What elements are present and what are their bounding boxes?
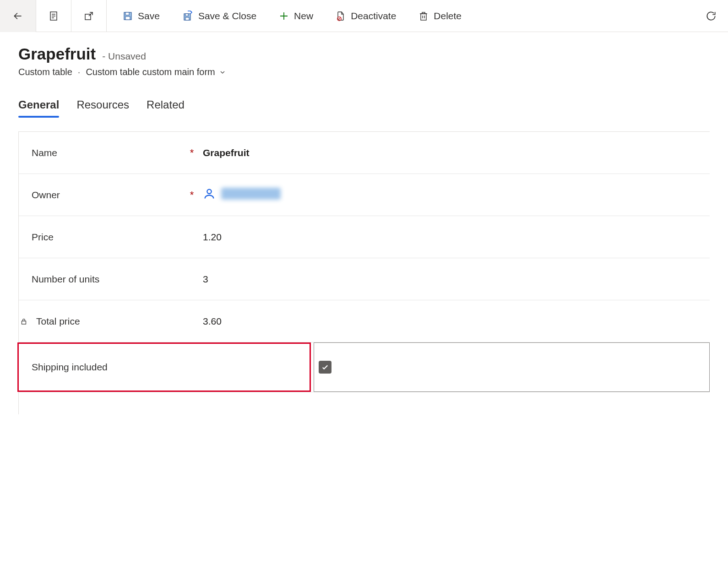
command-bar: Save Save & Close New Deactivate Delete — [0, 0, 728, 32]
record-status: - Unsaved — [102, 51, 146, 62]
field-shipping-row: Shipping included — [19, 342, 710, 392]
form-selector-button[interactable] — [36, 0, 71, 32]
deactivate-icon — [335, 11, 346, 22]
refresh-button[interactable] — [694, 0, 728, 32]
field-total-row: Total price 3.60 — [19, 300, 710, 342]
field-name-row[interactable]: Name * Grapefruit — [19, 132, 710, 174]
back-button[interactable] — [0, 0, 36, 32]
record-title: Grapefruit — [18, 45, 96, 63]
form-content: Grapefruit - Unsaved Custom table · Cust… — [0, 32, 728, 427]
owner-name-redacted — [221, 188, 281, 200]
field-price-label: Price — [32, 232, 54, 243]
field-price-value[interactable]: 1.20 — [196, 232, 710, 243]
svg-rect-4 — [125, 16, 130, 20]
popout-icon — [83, 11, 94, 22]
save-icon — [122, 11, 133, 22]
field-shipping-input[interactable] — [314, 342, 710, 392]
svg-rect-11 — [22, 321, 26, 324]
tab-resources[interactable]: Resources — [76, 98, 129, 116]
form-name-label: Custom table custom main form — [86, 67, 215, 77]
header-title-row: Grapefruit - Unsaved — [18, 45, 710, 63]
field-price-row[interactable]: Price 1.20 — [19, 216, 710, 258]
save-close-label: Save & Close — [198, 11, 256, 22]
tab-related[interactable]: Related — [147, 98, 185, 116]
person-icon — [203, 187, 216, 200]
required-indicator: * — [187, 147, 196, 159]
field-shipping-label: Shipping included — [32, 362, 108, 373]
separator-dot: · — [78, 67, 81, 77]
save-close-icon — [182, 10, 194, 22]
new-label: New — [294, 11, 313, 22]
save-label: Save — [138, 11, 160, 22]
svg-point-10 — [207, 190, 211, 194]
form-footer-spacer — [19, 392, 710, 414]
entity-name: Custom table — [18, 67, 72, 77]
save-button[interactable]: Save — [111, 0, 171, 32]
delete-button[interactable]: Delete — [407, 0, 473, 32]
field-total-value: 3.60 — [196, 316, 710, 327]
field-owner-value[interactable] — [196, 187, 710, 202]
highlight-annotation: Shipping included — [17, 342, 311, 392]
deactivate-button[interactable]: Deactivate — [324, 0, 407, 32]
form-panel: Name * Grapefruit Owner * Pric — [18, 131, 710, 414]
field-units-value[interactable]: 3 — [196, 274, 710, 285]
required-indicator: * — [187, 189, 196, 201]
field-name-value[interactable]: Grapefruit — [196, 147, 710, 158]
svg-rect-9 — [421, 14, 426, 20]
form-icon — [48, 11, 59, 22]
arrow-left-icon — [12, 10, 24, 22]
field-owner-row[interactable]: Owner * — [19, 174, 710, 216]
checkbox-checked[interactable] — [319, 361, 331, 374]
field-total-label: Total price — [36, 316, 80, 327]
svg-rect-7 — [185, 17, 189, 20]
refresh-icon — [705, 10, 717, 22]
tab-strip: General Resources Related — [18, 98, 710, 116]
trash-icon — [418, 11, 429, 22]
plus-icon — [278, 11, 289, 22]
open-new-window-button[interactable] — [71, 0, 107, 32]
delete-label: Delete — [434, 11, 462, 22]
lock-icon — [19, 317, 29, 326]
deactivate-label: Deactivate — [351, 11, 396, 22]
command-group: Save Save & Close New Deactivate Delete — [107, 0, 728, 32]
svg-rect-3 — [125, 12, 129, 15]
field-owner-label: Owner — [32, 190, 60, 201]
field-name-label: Name — [32, 147, 57, 158]
form-switcher[interactable]: Custom table custom main form — [86, 67, 226, 77]
save-close-button[interactable]: Save & Close — [171, 0, 267, 32]
svg-rect-6 — [185, 14, 188, 16]
new-button[interactable]: New — [267, 0, 324, 32]
field-units-label: Number of units — [32, 274, 99, 285]
chevron-down-icon — [219, 69, 226, 76]
header-subtitle-row: Custom table · Custom table custom main … — [18, 67, 710, 77]
tab-general[interactable]: General — [18, 98, 59, 116]
field-units-row[interactable]: Number of units 3 — [19, 258, 710, 300]
